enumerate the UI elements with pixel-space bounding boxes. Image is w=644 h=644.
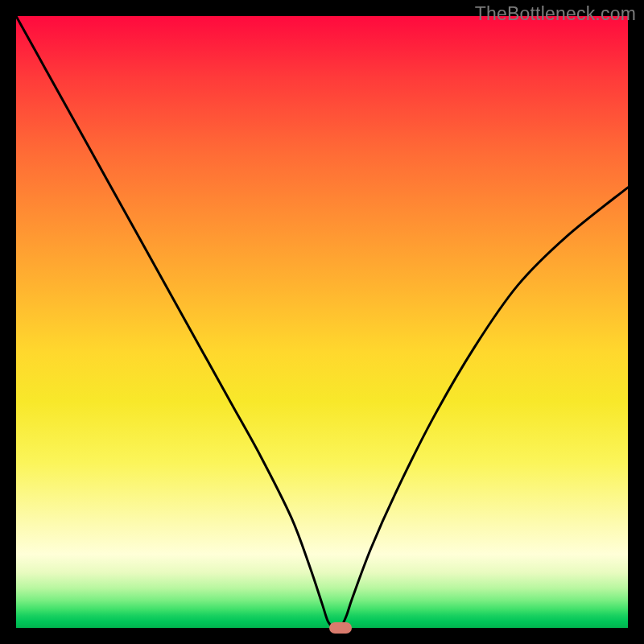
attribution-text: TheBottleneck.com <box>475 3 636 25</box>
optimum-marker <box>329 622 352 634</box>
bottleneck-curve <box>16 16 628 628</box>
chart-container: TheBottleneck.com <box>0 0 644 644</box>
plot-area <box>16 16 628 628</box>
curve-svg <box>16 16 628 628</box>
